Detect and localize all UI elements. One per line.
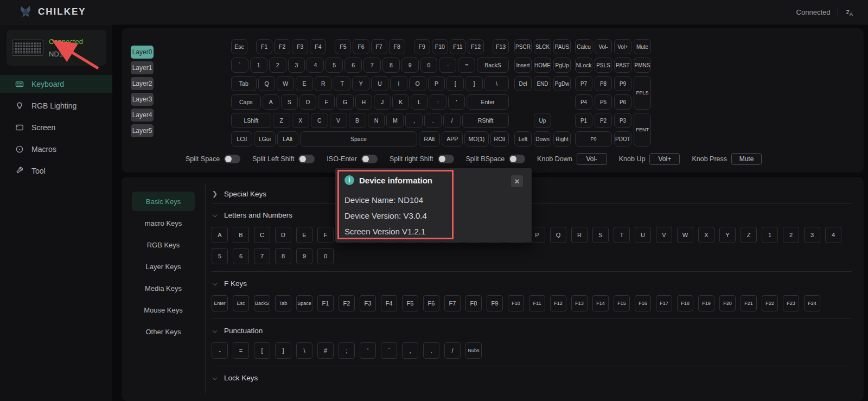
knob-value-select[interactable]: Mute xyxy=(731,153,762,165)
assign-key-D[interactable]: D xyxy=(275,227,291,243)
assign-key-9[interactable]: 9 xyxy=(296,248,312,264)
assign-key-3[interactable]: 3 xyxy=(804,227,820,243)
key-P4[interactable]: P4 xyxy=(575,94,592,110)
assign-key-0[interactable]: 0 xyxy=(317,248,334,264)
assign-key-F4[interactable]: F4 xyxy=(381,295,397,311)
tab-basic-keys[interactable]: Basic Keys xyxy=(132,192,195,211)
key-E[interactable]: E xyxy=(296,76,313,91)
key-Z[interactable]: Z xyxy=(273,113,290,128)
toggle-switch[interactable] xyxy=(438,155,454,163)
key-F[interactable]: F xyxy=(318,94,335,110)
key-BackS[interactable]: BackS xyxy=(477,58,509,73)
key-C[interactable]: C xyxy=(311,113,328,128)
key-'[interactable]: ' xyxy=(448,94,465,110)
assign-key-F19[interactable]: F19 xyxy=(698,295,714,311)
key-Esc[interactable]: Esc xyxy=(231,39,247,54)
assign-key-F16[interactable]: F16 xyxy=(635,295,651,311)
assign-key-Nubs[interactable]: Nubs xyxy=(465,342,482,359)
key-Calcu[interactable]: Calcu xyxy=(575,39,592,54)
assign-key-#[interactable]: # xyxy=(317,342,334,359)
section-header-punctuation[interactable]: ⌵Punctuation xyxy=(212,324,852,337)
key-F13[interactable]: F13 xyxy=(493,39,509,54)
key-PPLS[interactable]: PPLS xyxy=(634,76,651,110)
key-D[interactable]: D xyxy=(299,94,316,110)
key-\[interactable]: \ xyxy=(484,76,509,91)
key-N[interactable]: N xyxy=(368,113,385,128)
assign-key-A[interactable]: A xyxy=(212,227,228,243)
toggle-switch[interactable] xyxy=(509,155,525,163)
key-M[interactable]: M xyxy=(386,113,404,128)
key-P1[interactable]: P1 xyxy=(575,113,592,128)
key-LAlt[interactable]: LAlt xyxy=(277,131,298,147)
key-RAlt[interactable]: RAlt xyxy=(419,131,440,147)
layer-button-2[interactable]: Layer2 xyxy=(131,77,154,90)
key-Insert[interactable]: Insert xyxy=(514,58,532,73)
key-F3[interactable]: F3 xyxy=(292,39,308,54)
assign-key-1[interactable]: 1 xyxy=(762,227,778,243)
key-Tab[interactable]: Tab xyxy=(231,76,257,91)
section-header-lock-keys[interactable]: ⌵Lock Keys xyxy=(212,371,852,384)
key-P7[interactable]: P7 xyxy=(575,76,592,91)
key-=[interactable]: = xyxy=(458,58,475,73)
assign-key-F15[interactable]: F15 xyxy=(614,295,630,311)
assign-key-S[interactable]: S xyxy=(592,227,609,243)
tab-other-keys[interactable]: Other Keys xyxy=(132,322,195,341)
assign-key-Enter[interactable]: Enter xyxy=(212,295,228,311)
assign-key--[interactable]: - xyxy=(212,342,228,359)
key-MO(1)[interactable]: MO(1) xyxy=(464,131,488,147)
key-.[interactable]: . xyxy=(424,113,442,128)
key-2[interactable]: 2 xyxy=(269,58,286,73)
section-header-f-keys[interactable]: ⌵F Keys xyxy=(212,277,852,290)
key-LShift[interactable]: LShift xyxy=(231,113,271,128)
sidebar-item-rgb-lighting[interactable]: RGB Lighting xyxy=(0,97,112,114)
assign-key-'[interactable]: ' xyxy=(360,342,376,359)
key-W[interactable]: W xyxy=(277,76,294,91)
assign-key-E[interactable]: E xyxy=(296,227,312,243)
key-[[interactable]: [ xyxy=(446,76,464,91)
key-Vol+[interactable]: Vol+ xyxy=(614,39,631,54)
key-F2[interactable]: F2 xyxy=(274,39,290,54)
key-P2[interactable]: P2 xyxy=(595,113,612,128)
layer-button-5[interactable]: Layer5 xyxy=(131,124,154,137)
assign-key-;[interactable]: ; xyxy=(339,342,355,359)
assign-key-Z[interactable]: Z xyxy=(741,227,757,243)
assign-key-8[interactable]: 8 xyxy=(275,248,291,264)
key-8[interactable]: 8 xyxy=(382,58,400,73)
section-header-letters-and-numbers[interactable]: ⌵Letters and Numbers xyxy=(212,208,852,221)
key-Left[interactable]: Left xyxy=(514,131,532,147)
key-Caps[interactable]: Caps xyxy=(231,94,261,110)
key-HOME[interactable]: HOME xyxy=(534,58,551,73)
key-END[interactable]: END xyxy=(534,76,551,91)
key-/[interactable]: / xyxy=(443,113,461,128)
tab-rgb-keys[interactable]: RGB Keys xyxy=(132,235,195,254)
key-PDOT[interactable]: PDOT xyxy=(614,131,631,147)
key-6[interactable]: 6 xyxy=(344,58,362,73)
assign-key-7[interactable]: 7 xyxy=(254,248,270,264)
key-3[interactable]: 3 xyxy=(288,58,305,73)
key-PgUp[interactable]: PgUp xyxy=(553,58,571,73)
key-`[interactable]: ` xyxy=(231,58,248,73)
key-1[interactable]: 1 xyxy=(250,58,267,73)
key-PSLS[interactable]: PSLS xyxy=(595,58,612,73)
assign-key-=[interactable]: = xyxy=(233,342,249,359)
key-0[interactable]: 0 xyxy=(420,58,438,73)
assign-key-F23[interactable]: F23 xyxy=(783,295,799,311)
key-4[interactable]: 4 xyxy=(307,58,324,73)
key-][interactable]: ] xyxy=(465,76,483,91)
key-RShift[interactable]: RShift xyxy=(462,113,509,128)
key-F12[interactable]: F12 xyxy=(468,39,484,54)
assign-key-Space[interactable]: Space xyxy=(296,295,312,311)
assign-key-6[interactable]: 6 xyxy=(233,248,249,264)
assign-key-F[interactable]: F xyxy=(317,227,334,243)
key-PSCR[interactable]: PSCR xyxy=(514,39,532,54)
key-Mute[interactable]: Mute xyxy=(634,39,651,54)
assign-key-,[interactable]: , xyxy=(402,342,418,359)
key-,[interactable]: , xyxy=(405,113,423,128)
tab-layer-keys[interactable]: Layer Keys xyxy=(132,257,195,276)
key-S[interactable]: S xyxy=(281,94,298,110)
toggle-switch[interactable] xyxy=(224,155,240,163)
assign-key-F1[interactable]: F1 xyxy=(317,295,334,311)
key-F9[interactable]: F9 xyxy=(414,39,430,54)
assign-key-F13[interactable]: F13 xyxy=(571,295,588,311)
sidebar-item-screen[interactable]: Screen xyxy=(0,118,112,136)
